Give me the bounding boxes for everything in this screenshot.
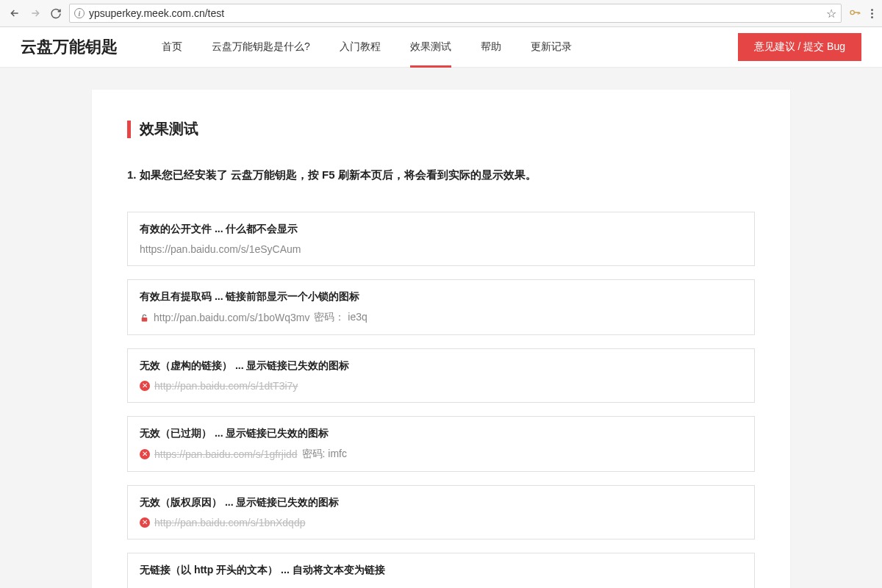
nav-arrows (4, 7, 62, 19)
nav-item[interactable]: 帮助 (481, 27, 501, 67)
page-viewport: 云盘万能钥匙 首页云盘万能钥匙是什么?入门教程效果测试帮助更新记录 意见建议 /… (0, 27, 882, 588)
content-card: 效果测试 1. 如果您已经安装了 云盘万能钥匙，按 F5 刷新本页后，将会看到实… (92, 90, 790, 588)
site-header: 云盘万能钥匙 首页云盘万能钥匙是什么?入门教程效果测试帮助更新记录 意见建议 /… (0, 27, 882, 68)
case-link[interactable]: http://pan.baidu.com/s/1boWq3mv (154, 312, 309, 323)
case-body: ✕http://pan.baidu.com/s/1bnXdqdp (140, 517, 742, 528)
case-title: 无效（虚构的链接） ... 显示链接已失效的图标 (140, 359, 742, 373)
test-case: 无链接（以 http 开头的文本） ... 自动将文本变为链接 (127, 553, 755, 588)
intro-text: 1. 如果您已经安装了 云盘万能钥匙，按 F5 刷新本页后，将会看到实际的显示效… (127, 168, 755, 182)
section-title-text: 效果测试 (140, 119, 198, 139)
address-bar[interactable]: i ypsuperkey.meek.com.cn/test ☆ (69, 4, 842, 23)
extension-key-icon[interactable] (849, 7, 861, 21)
case-title: 有效且有提取码 ... 链接前部显示一个小锁的图标 (140, 290, 742, 304)
case-link[interactable]: https://pan.baidu.com/s/1eSyCAum (140, 243, 301, 255)
invalid-icon: ✕ (140, 381, 150, 391)
test-case: 有效且有提取码 ... 链接前部显示一个小锁的图标http://pan.baid… (127, 279, 755, 335)
site-logo[interactable]: 云盘万能钥匙 (21, 36, 118, 58)
nav-item[interactable]: 效果测试 (410, 27, 451, 67)
nav-item[interactable]: 云盘万能钥匙是什么? (212, 27, 310, 67)
case-body: https://pan.baidu.com/s/1eSyCAum (140, 243, 742, 255)
main-nav: 首页云盘万能钥匙是什么?入门教程效果测试帮助更新记录 (162, 27, 572, 67)
lock-icon (140, 313, 149, 323)
test-case: 有效的公开文件 ... 什么都不会显示https://pan.baidu.com… (127, 212, 755, 266)
case-title: 无效（已过期） ... 显示链接已失效的图标 (140, 427, 742, 440)
invalid-icon: ✕ (140, 517, 150, 528)
case-body: ✕http://pan.baidu.com/s/1dtT3i7y (140, 380, 742, 392)
case-title: 无效（版权原因） ... 显示链接已失效的图标 (140, 496, 742, 509)
case-title: 有效的公开文件 ... 什么都不会显示 (140, 223, 742, 236)
bookmark-star-icon[interactable]: ☆ (826, 7, 836, 21)
nav-item[interactable]: 首页 (162, 27, 182, 67)
case-extra: 密码： ie3q (314, 311, 367, 324)
case-body: http://pan.baidu.com/s/1boWq3mv 密码： ie3q (140, 311, 742, 324)
case-link[interactable]: https://pan.baidu.com/s/1gfrjidd (154, 448, 298, 460)
test-case: 无效（已过期） ... 显示链接已失效的图标✕https://pan.baidu… (127, 416, 755, 472)
svg-rect-1 (142, 317, 148, 320)
browser-toolbar: i ypsuperkey.meek.com.cn/test ☆ (0, 0, 882, 27)
back-button[interactable] (9, 7, 21, 19)
reload-button[interactable] (50, 7, 62, 19)
forward-button[interactable] (29, 7, 41, 19)
feedback-button[interactable]: 意见建议 / 提交 Bug (738, 33, 861, 61)
test-case: 无效（虚构的链接） ... 显示链接已失效的图标✕http://pan.baid… (127, 348, 755, 403)
case-extra: 密码: imfc (302, 448, 347, 461)
site-info-icon[interactable]: i (74, 8, 85, 18)
nav-item[interactable]: 更新记录 (531, 27, 572, 67)
invalid-icon: ✕ (140, 449, 150, 459)
case-link[interactable]: http://pan.baidu.com/s/1dtT3i7y (154, 380, 298, 392)
section-title: 效果测试 (127, 119, 755, 139)
test-case: 无效（版权原因） ... 显示链接已失效的图标✕http://pan.baidu… (127, 485, 755, 539)
svg-point-0 (850, 10, 854, 14)
case-link[interactable]: http://pan.baidu.com/s/1bnXdqdp (154, 517, 305, 528)
case-body: ✕https://pan.baidu.com/s/1gfrjidd 密码: im… (140, 448, 742, 461)
test-cases-list: 有效的公开文件 ... 什么都不会显示https://pan.baidu.com… (127, 212, 755, 588)
toolbar-right (849, 7, 878, 21)
nav-item[interactable]: 入门教程 (340, 27, 381, 67)
case-title: 无链接（以 http 开头的文本） ... 自动将文本变为链接 (140, 564, 742, 577)
browser-menu-icon[interactable] (871, 9, 873, 18)
url-text: ypsuperkey.meek.com.cn/test (89, 7, 224, 19)
